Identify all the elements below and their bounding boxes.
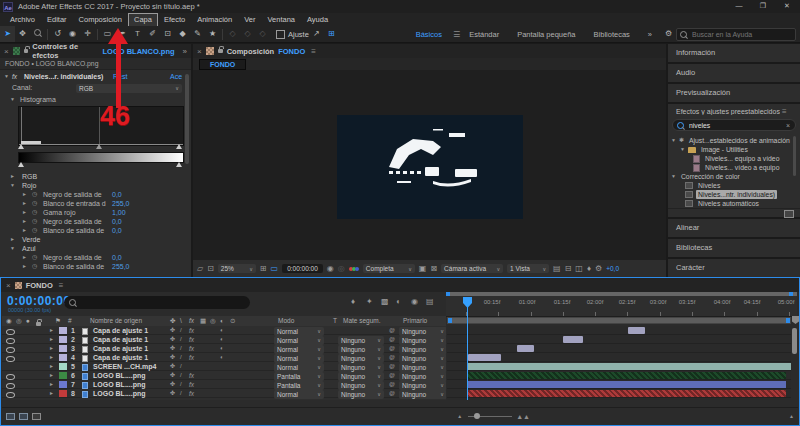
- twirl-icon[interactable]: ►: [22, 262, 27, 271]
- twirl-icon[interactable]: ►: [22, 217, 27, 226]
- property-row[interactable]: ►◷Blanco de salida de0,0: [0, 226, 184, 235]
- resolution-dropdown[interactable]: Completa∨: [363, 264, 415, 273]
- puppet-tool[interactable]: ★: [205, 26, 220, 42]
- pick-whip-icon[interactable]: @: [389, 380, 395, 389]
- lock-icon[interactable]: [24, 49, 28, 53]
- quality-switch[interactable]: /: [180, 389, 182, 398]
- pixel-preview-icon[interactable]: ◫: [575, 264, 583, 273]
- layer-name[interactable]: Capa de ajuste 1: [93, 353, 148, 362]
- workspace-bibliotecas[interactable]: Bibliotecas: [585, 30, 639, 39]
- minimize-button[interactable]: —: [728, 0, 750, 12]
- video-column-icon[interactable]: ◉: [6, 316, 12, 326]
- property-row[interactable]: ►◷Blanco de entrada d255,0: [0, 199, 184, 208]
- collapse-switch[interactable]: ✤: [170, 371, 175, 380]
- motion-blur-icon[interactable]: ◉: [411, 297, 418, 306]
- magnification-dropdown[interactable]: 25%∨: [218, 264, 256, 273]
- fit-icon[interactable]: ⊞: [324, 26, 339, 42]
- pick-whip-icon[interactable]: @: [389, 371, 395, 380]
- pick-whip-icon[interactable]: @: [389, 335, 395, 344]
- layer-name[interactable]: Capa de ajuste 1: [93, 335, 148, 344]
- menu-archivo[interactable]: Archivo: [4, 14, 41, 26]
- twirl-icon[interactable]: ►: [22, 208, 27, 217]
- histogram-output-sliders[interactable]: [18, 162, 182, 167]
- eye-icon[interactable]: [6, 329, 15, 335]
- panel-informacion[interactable]: Información: [668, 44, 800, 62]
- region-of-interest-icon[interactable]: ▭: [271, 264, 279, 273]
- eye-icon[interactable]: [6, 338, 15, 344]
- fx-switch[interactable]: fx: [189, 353, 194, 362]
- footer-collapse-icon[interactable]: ▲: [789, 413, 794, 419]
- label-column-icon[interactable]: ⚑: [55, 316, 61, 326]
- collapse-switch[interactable]: ✤: [170, 335, 175, 344]
- histogram-input-sliders[interactable]: [18, 144, 182, 149]
- number-column-header[interactable]: #: [68, 316, 72, 326]
- view-layout-dropdown[interactable]: 1 Vista∨: [507, 264, 549, 273]
- exposure-gear-icon[interactable]: ⚙: [595, 264, 602, 273]
- expand-layer-switches-icon[interactable]: [6, 413, 15, 420]
- main-monitor-icon[interactable]: ⊡: [207, 264, 214, 273]
- quality-switch[interactable]: /: [180, 344, 182, 353]
- composition-tab-title[interactable]: Composición: [227, 47, 275, 56]
- fx-switch[interactable]: fx: [189, 380, 194, 389]
- close-tab-icon[interactable]: ×: [4, 47, 9, 56]
- collapse-switch[interactable]: ✤: [170, 353, 175, 362]
- layer-color-chip[interactable]: [59, 390, 67, 397]
- timeline-search-box[interactable]: [64, 296, 250, 309]
- snap-checkbox[interactable]: [276, 30, 285, 39]
- layer-color-chip[interactable]: [59, 345, 67, 352]
- expand-transfer-controls-icon[interactable]: [19, 413, 28, 420]
- stopwatch-icon[interactable]: ◷: [32, 208, 37, 217]
- twirl-icon[interactable]: ▼: [4, 72, 9, 81]
- layer-bar[interactable]: [517, 345, 534, 352]
- layer-color-chip[interactable]: [59, 372, 67, 379]
- layer-row[interactable]: ► 6 LOGO BL....png ✤ / fx ◐ Pantalla∨ Ni…: [2, 371, 446, 380]
- quality-switch[interactable]: /: [180, 326, 182, 335]
- effects-search-input[interactable]: [687, 121, 783, 130]
- collapse-switch[interactable]: ✤: [170, 344, 175, 353]
- workspace-overflow-chevrons[interactable]: »: [639, 30, 661, 39]
- twirl-icon[interactable]: ►: [22, 199, 27, 208]
- close-tab-icon[interactable]: ×: [197, 47, 202, 56]
- layer-name[interactable]: Capa de ajuste 1: [93, 326, 148, 335]
- input-black-slider[interactable]: [18, 144, 24, 149]
- lock-icon[interactable]: [218, 49, 223, 53]
- property-row[interactable]: ►◷Blanco de salida de255,0: [0, 262, 184, 271]
- property-row[interactable]: ►◷Negro de salida de0,0: [0, 217, 184, 226]
- group-row[interactable]: ►RGB: [0, 172, 184, 181]
- menu-ver[interactable]: Ver: [238, 14, 261, 26]
- draft-3d-icon[interactable]: ✦: [366, 297, 373, 306]
- tree-item-animation-presets[interactable]: ▼✱Ajust...establecidos de animación: [671, 136, 797, 145]
- tree-item-effect[interactable]: Niveles automáticos: [685, 199, 800, 208]
- hide-shy-layers-icon[interactable]: ▩: [381, 297, 389, 306]
- composition-mini-flowchart-icon[interactable]: ♦: [351, 297, 355, 306]
- output-black-slider[interactable]: [18, 162, 24, 167]
- stamp-tool[interactable]: ⊡: [160, 26, 175, 42]
- effect-header-row[interactable]: ▼ fx Niveles...r. individuales) Rest Ace: [0, 72, 184, 81]
- fx-switch[interactable]: fx: [189, 335, 194, 344]
- parent-column-header[interactable]: Primario: [403, 316, 427, 326]
- fx-switch[interactable]: fx: [189, 389, 194, 398]
- layer-bar[interactable]: [468, 354, 501, 361]
- eye-icon[interactable]: [6, 374, 15, 380]
- fx-switch[interactable]: fx: [189, 371, 194, 380]
- input-white-slider[interactable]: [176, 144, 182, 149]
- stopwatch-icon[interactable]: ◷: [32, 253, 37, 262]
- layer-row[interactable]: ► 7 LOGO BL....png ✤ / fx ◐ Pantalla∨ Ni…: [2, 380, 446, 389]
- stopwatch-icon[interactable]: ◷: [32, 190, 37, 199]
- output-white-slider[interactable]: [176, 162, 182, 167]
- timeline-v-scrollbar[interactable]: [792, 328, 797, 354]
- timeline-search-input[interactable]: [79, 298, 233, 307]
- property-row[interactable]: ►◷Negro de salida de0,0: [0, 190, 184, 199]
- eye-icon[interactable]: [6, 392, 15, 398]
- flowchart-icon[interactable]: ♦: [587, 264, 591, 273]
- property-value[interactable]: 0,0: [112, 253, 122, 262]
- stopwatch-icon[interactable]: ◷: [32, 226, 37, 235]
- fx-switch[interactable]: fx: [189, 344, 194, 353]
- twirl-icon[interactable]: ▼: [10, 244, 15, 253]
- adjustment-switch[interactable]: ◐: [220, 353, 224, 362]
- layer-bar[interactable]: [468, 363, 791, 370]
- stopwatch-icon[interactable]: ◷: [32, 262, 37, 271]
- tree-item-effect-selected[interactable]: Niveles...ntr. individuales): [685, 190, 800, 199]
- comp-marker-bin-icon[interactable]: [792, 316, 799, 324]
- matte-dropdown[interactable]: Ninguno∨: [338, 390, 384, 399]
